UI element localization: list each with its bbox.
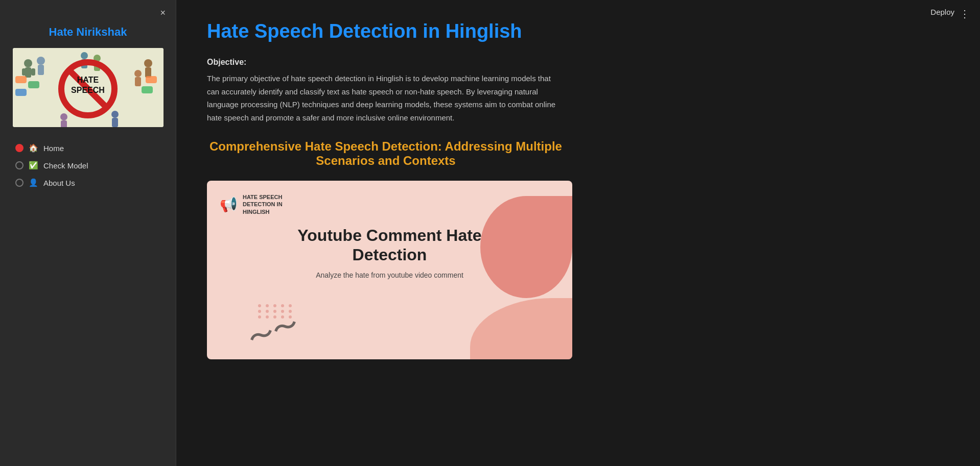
page-title: Hate Speech Detection in Hinglish bbox=[207, 20, 949, 42]
close-button[interactable]: × bbox=[160, 8, 166, 18]
yt-card-subtitle: Analyze the hate from youtube video comm… bbox=[316, 271, 463, 279]
svg-rect-7 bbox=[15, 76, 27, 83]
svg-rect-3 bbox=[22, 68, 26, 76]
svg-rect-13 bbox=[135, 77, 141, 86]
svg-point-12 bbox=[134, 70, 142, 77]
nav-dot-about-us bbox=[15, 179, 24, 187]
main-content: Deploy ⋮ Hate Speech Detection in Hingli… bbox=[176, 0, 980, 466]
yt-card-header: 📢 HATE SPEECHDETECTION INHINGLISH bbox=[220, 193, 283, 215]
yt-card-header-text: HATE SPEECHDETECTION INHINGLISH bbox=[243, 193, 283, 215]
megaphone-icon: 📢 bbox=[220, 196, 238, 213]
nav-label-check-model: ✅ bbox=[29, 161, 38, 170]
youtube-card: 📢 HATE SPEECHDETECTION INHINGLISH Youtub… bbox=[207, 181, 572, 359]
svg-point-16 bbox=[81, 52, 88, 59]
menu-button[interactable]: ⋮ bbox=[960, 8, 970, 20]
comprehensive-title: Comprehensive Hate Speech Detection: Add… bbox=[207, 139, 565, 168]
svg-text:SPEECH: SPEECH bbox=[71, 86, 105, 94]
nav-label-home: 🏠 bbox=[29, 143, 38, 153]
nav-label-about-us: 👤 bbox=[29, 178, 38, 187]
svg-rect-4 bbox=[31, 68, 35, 76]
svg-rect-14 bbox=[146, 76, 157, 83]
nav-dot-home bbox=[15, 144, 24, 152]
swirl-decoration: 〜〜 bbox=[244, 307, 304, 357]
svg-rect-15 bbox=[142, 86, 153, 93]
svg-point-22 bbox=[111, 111, 119, 118]
sidebar: × Hate Nirikshak bbox=[0, 0, 176, 466]
svg-rect-9 bbox=[15, 89, 27, 96]
objective-text: The primary objective of hate speech det… bbox=[207, 72, 565, 124]
nav-text-about-us: About Us bbox=[43, 179, 75, 187]
deploy-button[interactable]: Deploy bbox=[930, 8, 954, 16]
nav-text-check-model: Check Model bbox=[43, 161, 88, 170]
nav-item-check-model[interactable]: ✅ Check Model bbox=[15, 160, 160, 171]
nav-items: 🏠 Home ✅ Check Model 👤 About Us bbox=[0, 142, 176, 188]
blob-decoration-bottom bbox=[470, 298, 572, 359]
nav-item-about-us[interactable]: 👤 About Us bbox=[15, 177, 160, 188]
yt-card-title: Youtube Comment HateDetection bbox=[297, 226, 481, 265]
objective-label: Objective: bbox=[207, 58, 949, 67]
svg-point-5 bbox=[37, 57, 45, 65]
app-title: Hate Nirikshak bbox=[49, 26, 127, 39]
nav-item-home[interactable]: 🏠 Home bbox=[15, 142, 160, 154]
svg-rect-6 bbox=[38, 65, 44, 75]
svg-text:HATE: HATE bbox=[77, 76, 99, 84]
svg-rect-21 bbox=[61, 120, 67, 127]
hero-image: HATE SPEECH bbox=[13, 48, 164, 127]
svg-point-1 bbox=[24, 59, 32, 67]
svg-point-10 bbox=[144, 59, 152, 67]
nav-dot-check-model bbox=[15, 161, 24, 169]
svg-point-20 bbox=[60, 113, 67, 120]
nav-text-home: Home bbox=[43, 144, 64, 153]
svg-rect-8 bbox=[28, 81, 39, 88]
svg-rect-23 bbox=[112, 118, 118, 127]
blob-decoration-right bbox=[480, 196, 572, 298]
